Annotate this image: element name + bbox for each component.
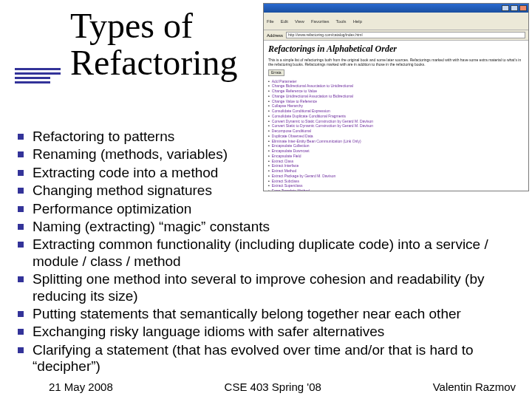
page-description: This is a simple list of refactorings bo…: [268, 58, 524, 67]
title-line-1: Types of: [70, 7, 238, 44]
refactoring-item: Consolidate Duplicate Conditional Fragme…: [268, 114, 524, 119]
refactoring-item: Change Value to Reference: [268, 99, 524, 104]
bullet-item: Naming (extracting) “magic” constants: [15, 219, 522, 235]
bullet-item: Clarifying a statement (that has evolved…: [15, 342, 522, 375]
footer-author: Valentin Razmov: [433, 381, 516, 393]
refactoring-item: Collapse Hierarchy: [268, 103, 524, 109]
bullet-item: Exchanging risky language idioms with sa…: [15, 324, 522, 340]
refactoring-item: Consolidate Conditional Expression: [268, 109, 524, 114]
slide-bullets: Refactoring to patternsRenaming (methods…: [15, 129, 522, 377]
bullet-item: Refactoring to patterns: [15, 129, 522, 145]
page-heading: Refactorings in Alphabetical Order: [268, 44, 524, 55]
slide-title: Types of Refactoring: [70, 7, 238, 82]
refactoring-item: Change Unidirectional Association to Bid…: [268, 94, 524, 99]
bullet-item: Splitting one method into several to imp…: [15, 271, 522, 304]
bullet-item: Renaming (methods, variables): [15, 146, 522, 163]
bullet-item: Putting statements that semantically bel…: [15, 306, 522, 322]
bullet-item: Extracting common functionality (includi…: [15, 236, 522, 270]
close-icon: [519, 5, 527, 11]
refactoring-item: Change Bidirectional Association to Unid…: [268, 83, 524, 89]
title-decoration: [15, 68, 61, 83]
minimize-icon: [502, 5, 509, 11]
slide-footer: 21 May 2008 CSE 403 Spring '08 Valentin …: [0, 381, 532, 393]
browser-titlebar: [264, 4, 528, 13]
refactoring-item: Change Reference to Value: [268, 89, 524, 94]
maximize-icon: [511, 5, 518, 11]
refactoring-item: Add Parameter: [268, 79, 524, 84]
bullet-item: Extracting code into a method: [15, 165, 522, 181]
title-line-2: Refactoring: [70, 44, 238, 81]
errata-link: Errata: [268, 69, 284, 76]
footer-date: 21 May 2008: [49, 381, 113, 393]
bullet-item: Changing method signatures: [15, 183, 522, 199]
url-field: http://www.refactoring.com/catalog/index…: [286, 32, 525, 38]
footer-course: CSE 403 Spring '08: [225, 381, 321, 393]
browser-menubar: FileEditViewFavoritesToolsHelp: [264, 13, 528, 30]
browser-addressbar: Address http://www.refactoring.com/catal…: [264, 30, 528, 41]
bullet-item: Performance optimization: [15, 201, 522, 217]
refactoring-item: Convert Dynamic to Static Construction b…: [268, 119, 524, 124]
